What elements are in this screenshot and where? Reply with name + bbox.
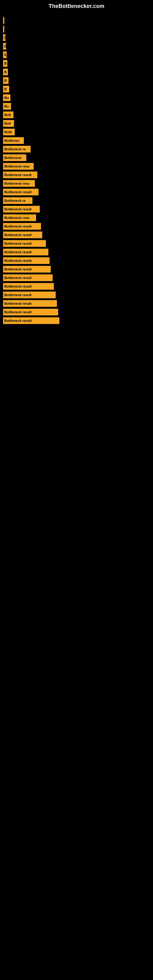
bar-row: Bottleneck result — [3, 309, 150, 315]
bar-row: Bottleneck re — [3, 146, 150, 153]
bar-6: B — [3, 68, 8, 75]
bar-row: Bottleneck result — [3, 257, 150, 264]
bar-11: Bott — [3, 111, 13, 118]
bar-16: Bottleneck — [3, 154, 26, 161]
bar-34: Bottleneck result — [3, 309, 58, 315]
bar-row: Bottl — [3, 129, 150, 135]
bar-row — [3, 17, 150, 24]
bar-row: Bottleneck result — [3, 291, 150, 298]
bar-5: B — [3, 60, 7, 67]
bar-8: B — [3, 86, 9, 92]
bar-35: Bottleneck result — [3, 317, 59, 324]
bar-row — [3, 26, 150, 32]
bar-row: E — [3, 34, 150, 41]
bar-23: Bottleneck resu — [3, 215, 36, 221]
bars-container: EEEBBBBBoBoBottBoltBottlBottlenecBottlen… — [0, 11, 153, 329]
bar-row: B — [3, 77, 150, 84]
bar-row: Bottleneck result — [3, 249, 150, 255]
bar-26: Bottleneck result — [3, 240, 46, 247]
bar-row: B — [3, 68, 150, 75]
bar-20: Bottleneck result — [3, 189, 38, 196]
bar-17: Bottleneck resu — [3, 163, 33, 170]
bar-13: Bottl — [3, 129, 15, 135]
bar-7: B — [3, 77, 9, 84]
bar-row: Bottleneck result — [3, 240, 150, 247]
bar-row: Bottleneck result — [3, 266, 150, 272]
bar-33: Bottleneck result — [3, 300, 57, 307]
bar-4: E — [3, 51, 7, 58]
bar-10: Bo — [3, 103, 11, 110]
bar-row: Bo — [3, 103, 150, 110]
bar-9: Bo — [3, 94, 10, 101]
bar-row: Bottleneck result — [3, 172, 150, 178]
bar-21: Bottleneck re — [3, 197, 32, 204]
bar-row: Bottleneck result — [3, 317, 150, 324]
bar-row: Bottleneck resu — [3, 163, 150, 170]
bar-14: Bottlenec — [3, 137, 24, 144]
bar-25: Bottleneck result — [3, 232, 42, 238]
bar-24: Bottleneck result — [3, 223, 41, 230]
site-title: TheBottlenecker.com — [0, 0, 153, 11]
bar-row: E — [3, 43, 150, 49]
bar-row: Bottleneck result — [3, 223, 150, 230]
bar-row: Bottleneck re — [3, 197, 150, 204]
bar-30: Bottleneck result — [3, 274, 53, 281]
bar-19: Bottleneck resu — [3, 180, 35, 187]
bar-row: Bottleneck resu — [3, 180, 150, 187]
bar-28: Bottleneck result — [3, 257, 49, 264]
bar-32: Bottleneck result — [3, 291, 56, 298]
bar-row: Bottleneck result — [3, 274, 150, 281]
bar-row: Bottleneck result — [3, 232, 150, 238]
bar-3: E — [3, 43, 6, 49]
bar-row: Bottleneck — [3, 154, 150, 161]
bar-1 — [3, 26, 4, 32]
bar-row: B — [3, 86, 150, 92]
bar-29: Bottleneck result — [3, 266, 51, 272]
bar-row: B — [3, 60, 150, 67]
bar-row: E — [3, 51, 150, 58]
bar-row: Bo — [3, 94, 150, 101]
bar-0 — [3, 17, 4, 24]
bar-2: E — [3, 34, 5, 41]
bar-row: Bolt — [3, 120, 150, 127]
bar-18: Bottleneck result — [3, 172, 37, 178]
bar-15: Bottleneck re — [3, 146, 30, 153]
bar-12: Bolt — [3, 120, 14, 127]
bar-row: Bottleneck result — [3, 206, 150, 213]
bar-row: Bottleneck result — [3, 300, 150, 307]
bar-row: Bott — [3, 111, 150, 118]
bar-row: Bottleneck result — [3, 189, 150, 196]
bar-row: Bottleneck resu — [3, 215, 150, 221]
bar-row: Bottleneck result — [3, 283, 150, 290]
bar-31: Bottleneck result — [3, 283, 54, 290]
bar-27: Bottleneck result — [3, 249, 48, 255]
bar-row: Bottlenec — [3, 137, 150, 144]
bar-22: Bottleneck result — [3, 206, 40, 213]
